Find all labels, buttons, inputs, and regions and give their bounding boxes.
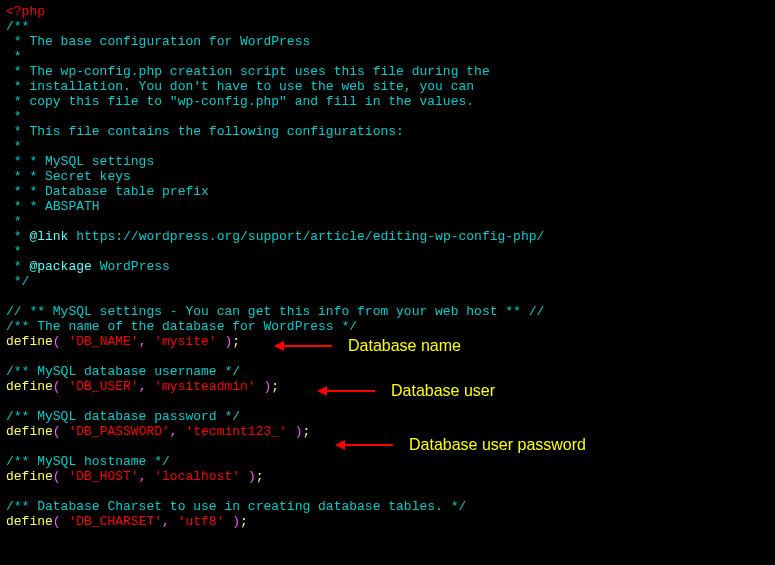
code-line: * @package WordPress [6,259,769,274]
code-line: // ** MySQL settings - You can get this … [6,304,769,319]
annotation-label: Database name [348,338,461,353]
code-line: * [6,214,769,229]
code-line: /** MySQL database password */ [6,409,769,424]
annotation-db-user: Database user [325,383,495,398]
code-line: define( 'DB_HOST', 'localhost' ); [6,469,769,484]
code-line: * The wp-config.php creation script uses… [6,64,769,79]
code-line: define( 'DB_CHARSET', 'utf8' ); [6,514,769,529]
arrow-icon [343,444,393,446]
code-line: /** The name of the database for WordPre… [6,319,769,334]
code-line: * The base configuration for WordPress [6,34,769,49]
code-line: * [6,139,769,154]
code-line: * installation. You don't have to use th… [6,79,769,94]
code-line: * * MySQL settings [6,154,769,169]
code-line: * [6,49,769,64]
arrow-icon [282,345,332,347]
code-line: * @link https://wordpress.org/support/ar… [6,229,769,244]
code-line: * * Secret keys [6,169,769,184]
code-line: * [6,244,769,259]
annotation-label: Database user [391,383,495,398]
code-line [6,484,769,499]
code-line: * copy this file to "wp-config.php" and … [6,94,769,109]
code-line: * [6,109,769,124]
annotation-label: Database user password [409,437,586,452]
code-line: * This file contains the following confi… [6,124,769,139]
code-line [6,289,769,304]
code-line: <?php [6,4,769,19]
code-line: /** [6,19,769,34]
code-line: */ [6,274,769,289]
code-line: * * Database table prefix [6,184,769,199]
code-line: /** Database Charset to use in creating … [6,499,769,514]
code-line: * * ABSPATH [6,199,769,214]
annotation-db-pass: Database user password [343,437,586,452]
code-line: /** MySQL database username */ [6,364,769,379]
arrow-icon [325,390,375,392]
code-line: /** MySQL hostname */ [6,454,769,469]
annotation-db-name: Database name [282,338,461,353]
